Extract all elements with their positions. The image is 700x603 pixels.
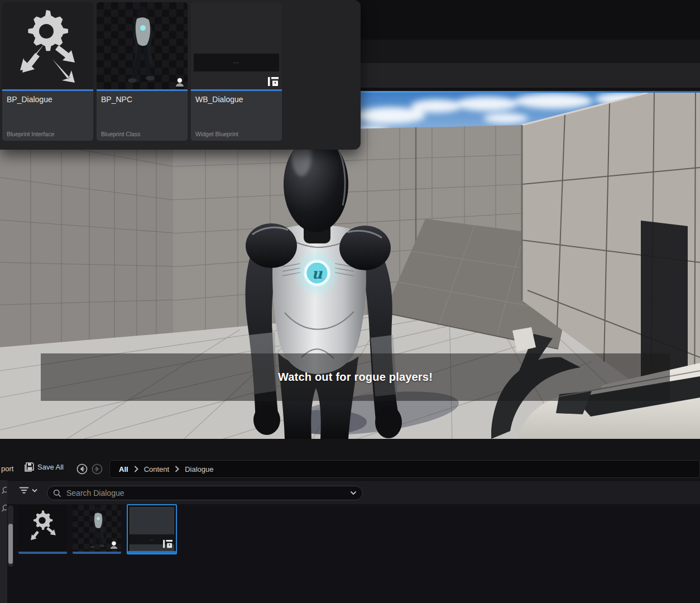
tile-color-bar [128,551,176,553]
asset-card-label: BP_Dialogue Blueprint Interface [2,91,93,141]
asset-tile-bp-dialogue[interactable] [18,505,67,554]
tile-color-bar [73,552,121,554]
asset-tooltip-popup: BP_Dialogue Blueprint Interface [0,0,361,150]
filter-icon [19,486,29,494]
blueprint-class-thumbnail [97,2,188,89]
tile-thumbnail [73,505,121,552]
widget-blueprint-icon [163,540,173,549]
nav-back-button[interactable] [76,463,88,475]
asset-name: BP_NPC [97,91,188,104]
breadcrumb: All Content Dialogue [109,460,700,478]
search-input[interactable] [65,488,346,498]
nav-forward-button[interactable] [92,463,103,475]
asset-card-bp-npc[interactable]: BP_NPC Blueprint Class [97,2,188,141]
widget-preview-bar: --- [194,54,279,71]
blueprint-interface-icon [15,10,81,83]
save-all-label: Save All [37,463,64,471]
widget-blueprint-icon [268,77,279,87]
asset-tile-wb-dialogue[interactable]: --- [127,504,177,554]
chevron-down-icon [32,489,37,492]
tile-thumbnail: --- [128,505,176,551]
asset-type: Blueprint Interface [7,131,54,137]
chevron-down-icon [350,491,357,495]
hud-message-text: Watch out for rogue players! [278,371,433,384]
chevron-right-icon [134,466,138,472]
hud-message-band: Watch out for rogue players! [41,353,670,401]
asset-card-label: BP_NPC Blueprint Class [97,91,188,141]
svg-text:u: u [312,265,323,282]
save-all-button[interactable]: Save All [25,462,64,472]
search-field[interactable] [47,486,363,500]
chevron-right-icon [175,466,179,472]
asset-card-wb-dialogue[interactable]: --- WB_Dialogue Widget Blueprint [191,2,282,141]
clipped-search-icon [0,502,7,516]
filter-button[interactable] [19,486,37,494]
blueprint-interface-icon [27,510,59,545]
asset-type: Widget Blueprint [195,131,238,137]
npc-mini-render [87,507,108,549]
asset-name: WB_Dialogue [191,91,282,104]
widget-preview-text: --- [150,538,154,541]
asset-card-label: WB_Dialogue Widget Blueprint [191,91,282,141]
widget-preview-text: --- [234,61,239,64]
tile-thumbnail [18,505,67,552]
chest-unreal-logo: u [297,253,337,293]
breadcrumb-item-content[interactable]: Content [144,465,170,473]
actor-badge-icon [109,540,118,549]
widget-blueprint-thumbnail: --- [191,2,282,89]
clipped-search-icon [0,485,7,498]
tile-color-bar [18,552,67,554]
breadcrumb-root[interactable]: All [119,465,128,473]
breadcrumb-item-dialogue[interactable]: Dialogue [185,465,213,473]
save-all-icon [25,462,34,472]
actor-badge-icon [175,77,185,87]
search-icon [53,489,61,497]
import-button-fragment[interactable]: port [1,465,13,473]
asset-type: Blueprint Class [101,131,141,137]
scrollbar-handle[interactable] [8,524,13,564]
sources-panel-edge [0,480,7,603]
asset-tile-bp-npc[interactable] [73,505,121,554]
asset-name: BP_Dialogue [2,91,93,104]
asset-card-bp-dialogue[interactable]: BP_Dialogue Blueprint Interface [2,2,93,141]
npc-mini-render [122,7,161,85]
blueprint-interface-thumbnail [2,2,93,89]
